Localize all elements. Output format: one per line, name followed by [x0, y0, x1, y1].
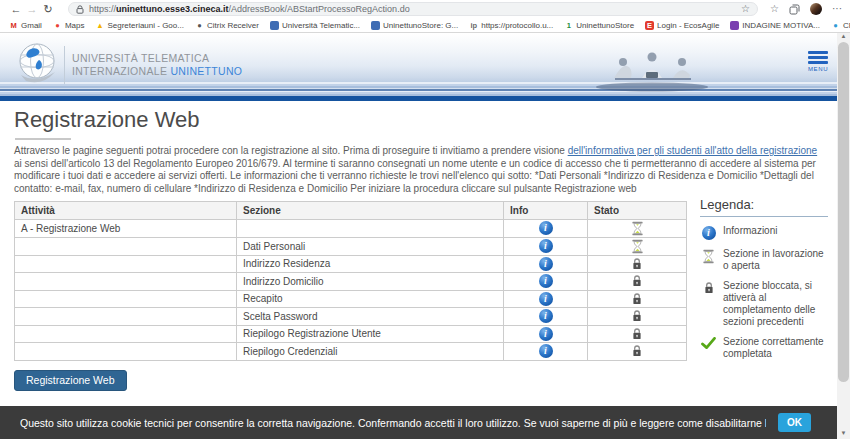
cookie-ok-button[interactable]: OK	[778, 413, 811, 432]
info-icon[interactable]: i	[539, 344, 553, 358]
browser-chrome: ← → ↻ https://uninettuno.esse3.cineca.it…	[0, 0, 850, 33]
forward-icon[interactable]: →	[24, 1, 40, 17]
bookmark-item[interactable]: ELogin - EcosAgile	[645, 21, 719, 30]
hourglass-icon	[702, 249, 715, 264]
uninettuno-globe-logo[interactable]	[16, 41, 60, 89]
cell-stato	[588, 219, 687, 237]
informativa-link[interactable]: dell'informativa per gli studenti all'at…	[568, 145, 818, 156]
intro-paragraph: Attraverso le pagine seguenti potrai pro…	[14, 145, 827, 195]
lock-icon	[76, 5, 84, 14]
table-row: Indirizzo Residenzai	[15, 255, 687, 273]
legend-icon-slot	[700, 248, 717, 272]
legend-label: Sezione correttamente completata	[723, 336, 828, 360]
bookmark-label: Login - EcosAgile	[657, 21, 719, 30]
bookmark-label: UninettunoStore	[576, 21, 634, 30]
info-icon: i	[702, 226, 716, 240]
cell-attivita	[15, 343, 237, 361]
legend-icon-slot: i	[700, 225, 717, 240]
site-header: UNIVERSITÀ TELEMATICA INTERNAZIONALE UNI…	[0, 34, 837, 96]
cell-info: i	[504, 325, 588, 343]
title-underline	[15, 138, 71, 140]
collections-icon[interactable]	[789, 4, 800, 15]
bookmark-item[interactable]: ●Maps	[53, 21, 85, 30]
bookmark-item[interactable]: 1UninettunoStore	[564, 21, 634, 30]
lock-icon	[703, 281, 715, 295]
scroll-down-icon[interactable]: ▼	[837, 428, 850, 439]
legend-icon-slot	[700, 336, 717, 360]
vertical-scrollbar[interactable]: ▲ ▼	[837, 31, 850, 439]
cell-stato	[588, 255, 687, 273]
chrome-actions: ☆ ···	[768, 3, 842, 15]
indagine-icon	[730, 21, 739, 30]
browser-window: ← → ↻ https://uninettuno.esse3.cineca.it…	[0, 0, 850, 439]
bookmark-item[interactable]: ●CRM	[831, 21, 850, 30]
store-icon: 1	[564, 21, 573, 30]
add-favorite-icon[interactable]: ☆	[741, 4, 750, 14]
bookmark-item[interactable]: ▲Segreteriauni - Goo...	[95, 21, 183, 30]
lock-icon	[631, 274, 643, 288]
lock-icon	[631, 344, 643, 358]
cookie-banner-text: Questo sito utilizza cookie tecnici per …	[20, 417, 766, 429]
bookmark-label: Gmail	[21, 21, 42, 30]
table-row: Riepilogo Credenzialii	[15, 343, 687, 361]
info-icon[interactable]: i	[539, 309, 553, 323]
info-icon[interactable]: i	[539, 327, 553, 341]
lock-icon	[631, 327, 643, 341]
scrollbar-thumb[interactable]	[838, 42, 849, 382]
info-icon[interactable]: i	[539, 274, 553, 288]
column-sezione: Sezione	[237, 202, 504, 220]
cell-sezione: Recapito	[237, 290, 504, 308]
menu-button[interactable]: MENU	[808, 51, 828, 72]
info-icon[interactable]: i	[539, 221, 553, 235]
uninettuno-site-icon	[270, 21, 279, 30]
bookmark-label: https://protocollo.u...	[481, 21, 553, 30]
legend-item: Sezione correttamente completata	[700, 336, 828, 360]
bookmark-item[interactable]: MGmail	[9, 21, 42, 30]
bookmark-item[interactable]: ●Citrix Receiver	[195, 21, 259, 30]
address-bar[interactable]: https://uninettuno.esse3.cineca.it/Addre…	[68, 2, 758, 16]
bookmark-item[interactable]: INDAGINE MOTIVA...	[730, 21, 820, 30]
cell-info: i	[504, 255, 588, 273]
legend-icon-slot	[700, 280, 717, 328]
bookmark-item[interactable]: iphttps://protocollo.u...	[469, 21, 553, 30]
column-attivita: Attività	[15, 202, 237, 220]
cell-sezione: Dati Personali	[237, 237, 504, 255]
cell-sezione: Scelta Password	[237, 308, 504, 326]
info-icon[interactable]: i	[539, 239, 553, 253]
table-row: Recapitoi	[15, 290, 687, 308]
back-icon[interactable]: ←	[8, 1, 24, 17]
legend-item: Sezione in lavorazione o aperta	[700, 248, 828, 272]
lock-icon	[631, 309, 643, 323]
legend-label: Informazioni	[723, 225, 777, 240]
registrazione-web-button[interactable]: Registrazione Web	[14, 370, 127, 391]
info-icon[interactable]: i	[539, 292, 553, 306]
cell-info: i	[504, 290, 588, 308]
cell-attivita	[15, 273, 237, 291]
bookmark-label: INDAGINE MOTIVA...	[742, 21, 820, 30]
cell-attivita	[15, 255, 237, 273]
hourglass-icon	[631, 239, 644, 254]
more-menu-icon[interactable]: ···	[832, 3, 842, 15]
info-icon[interactable]: i	[539, 257, 553, 271]
uninettuno-store-icon	[371, 21, 380, 30]
brand-uninettuno: UNINETTUNO	[170, 65, 242, 77]
cell-info: i	[504, 219, 588, 237]
cell-info: i	[504, 308, 588, 326]
refresh-icon[interactable]: ↻	[40, 1, 56, 17]
brand-line2: INTERNAZIONALE UNINETTUNO	[72, 65, 242, 78]
favorites-bar-icon[interactable]: ☆	[770, 3, 779, 15]
table-row: A - Registrazione Webi	[15, 219, 687, 237]
bookmark-item[interactable]: Università Telematic...	[270, 21, 360, 30]
crm-icon: ●	[831, 21, 840, 30]
legend-item: iInformazioni	[700, 225, 828, 240]
bookmark-label: Segreteriauni - Goo...	[107, 21, 183, 30]
profile-avatar[interactable]	[810, 3, 822, 15]
cell-attivita	[15, 237, 237, 255]
column-stato: Stato	[588, 202, 687, 220]
cell-sezione: Riepilogo Credenziali	[237, 343, 504, 361]
cell-info: i	[504, 237, 588, 255]
cell-attivita	[15, 325, 237, 343]
sections-table: Attività Sezione Info Stato A - Registra…	[14, 201, 687, 361]
cell-sezione: Indirizzo Residenza	[237, 255, 504, 273]
bookmark-item[interactable]: UninettunoStore: G...	[371, 21, 458, 30]
